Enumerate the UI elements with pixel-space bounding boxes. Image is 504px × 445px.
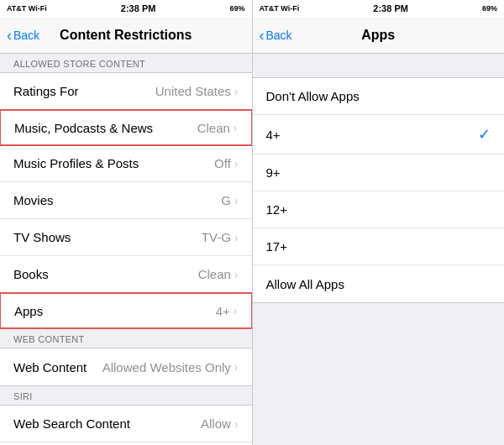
left-row-tv-shows-value: TV-G › <box>202 230 239 244</box>
left-row-books[interactable]: Books Clean › <box>0 256 252 293</box>
left-section-header-web: WEB CONTENT <box>0 329 252 348</box>
right-back-chevron-icon: ‹ <box>260 28 265 43</box>
left-row-music-profiles[interactable]: Music Profiles & Posts Off › <box>0 145 252 182</box>
left-section-header-siri: SIRI <box>0 386 252 405</box>
right-back-button[interactable]: ‹ Back <box>260 28 292 43</box>
left-back-chevron-icon: ‹ <box>7 28 12 43</box>
left-time: 2:38 PM <box>121 3 156 13</box>
left-row-apps[interactable]: Apps 4+ › <box>0 292 252 329</box>
left-row-apps-label: Apps <box>14 304 43 318</box>
left-row-music-chevron-icon: › <box>234 121 238 134</box>
right-row-4plus[interactable]: 4+ ✓ <box>253 115 505 154</box>
left-nav-bar: ‹ Back Content Restrictions <box>0 17 252 54</box>
right-panel: AT&T Wi-Fi 2:38 PM 69% ‹ Back Apps Don't… <box>253 0 505 445</box>
left-nav-title: Content Restrictions <box>60 28 192 43</box>
right-nav-title: Apps <box>361 28 395 43</box>
right-back-label: Back <box>266 29 292 42</box>
left-store-content-group: Ratings For United States › Music, Podca… <box>0 72 252 329</box>
left-row-ratings-for[interactable]: Ratings For United States › <box>0 73 252 110</box>
left-row-tv-shows-chevron-icon: › <box>234 231 239 244</box>
left-row-web-content-label: Web Content <box>13 360 87 374</box>
left-row-web-content-value: Allowed Websites Only › <box>102 360 239 374</box>
left-carrier: AT&T Wi-Fi <box>7 4 47 13</box>
left-status-bar: AT&T Wi-Fi 2:38 PM 69% <box>0 0 252 17</box>
right-row-9plus[interactable]: 9+ <box>253 154 505 191</box>
left-row-music-label: Music, Podcasts & News <box>14 121 153 135</box>
left-row-music-profiles-label: Music Profiles & Posts <box>13 156 139 170</box>
left-panel: AT&T Wi-Fi 2:38 PM 69% ‹ Back Content Re… <box>0 0 252 445</box>
left-row-web-content[interactable]: Web Content Allowed Websites Only › <box>0 348 252 385</box>
left-row-books-value: Clean › <box>198 267 239 281</box>
left-row-apps-chevron-icon: › <box>234 304 238 317</box>
left-row-movies[interactable]: Movies G › <box>0 182 252 219</box>
right-row-dont-allow-label: Don't Allow Apps <box>266 89 360 103</box>
right-nav-bar: ‹ Back Apps <box>253 17 505 54</box>
left-row-movies-chevron-icon: › <box>234 194 239 207</box>
left-row-ratings-for-value: United States › <box>155 84 239 98</box>
right-time: 2:38 PM <box>373 3 408 13</box>
right-apps-options-group: Don't Allow Apps 4+ ✓ 9+ 12+ 17+ Allow A… <box>253 77 505 303</box>
left-row-books-chevron-icon: › <box>234 268 239 281</box>
left-row-web-search-value: Allow › <box>201 416 239 431</box>
left-row-ratings-for-chevron-icon: › <box>234 85 239 98</box>
right-spacer-top <box>253 54 505 77</box>
right-row-allow-all[interactable]: Allow All Apps <box>253 265 505 302</box>
right-row-allow-all-label: Allow All Apps <box>266 277 344 291</box>
right-row-17plus[interactable]: 17+ <box>253 228 505 265</box>
left-row-tv-shows[interactable]: TV Shows TV-G › <box>0 219 252 256</box>
left-row-movies-label: Movies <box>13 193 54 207</box>
right-battery: 69% <box>482 4 497 13</box>
left-row-books-label: Books <box>13 267 49 281</box>
left-siri-group: Web Search Content Allow › Explicit Lang… <box>0 405 252 445</box>
left-web-content-group: Web Content Allowed Websites Only › <box>0 348 252 386</box>
left-row-movies-value: G › <box>221 193 238 207</box>
left-section-header-store: ALLOWED STORE CONTENT <box>0 54 252 72</box>
left-row-web-content-chevron-icon: › <box>234 360 239 374</box>
left-row-web-search[interactable]: Web Search Content Allow › <box>0 406 252 442</box>
left-battery: 69% <box>229 4 244 13</box>
left-row-web-search-label: Web Search Content <box>13 416 130 431</box>
right-row-dont-allow[interactable]: Don't Allow Apps <box>253 78 505 115</box>
left-back-button[interactable]: ‹ Back <box>7 28 39 43</box>
left-row-ratings-for-label: Ratings For <box>13 84 79 98</box>
left-row-music-value: Clean › <box>197 121 238 135</box>
left-row-music[interactable]: Music, Podcasts & News Clean › <box>0 109 252 146</box>
left-row-music-profiles-chevron-icon: › <box>234 157 239 170</box>
right-carrier: AT&T Wi-Fi <box>260 4 300 13</box>
right-row-4plus-checkmark-icon: ✓ <box>478 125 491 144</box>
left-row-music-profiles-value: Off › <box>214 156 238 170</box>
left-back-label: Back <box>13 29 39 42</box>
right-row-12plus-label: 12+ <box>266 202 287 217</box>
right-row-12plus[interactable]: 12+ <box>253 191 505 228</box>
right-row-17plus-label: 17+ <box>266 239 287 254</box>
right-row-4plus-label: 4+ <box>266 128 281 142</box>
right-row-9plus-label: 9+ <box>266 165 281 180</box>
left-row-web-search-chevron-icon: › <box>234 417 239 431</box>
right-status-bar: AT&T Wi-Fi 2:38 PM 69% <box>253 0 505 17</box>
left-row-tv-shows-label: TV Shows <box>13 230 71 244</box>
left-row-apps-value: 4+ › <box>216 304 238 318</box>
